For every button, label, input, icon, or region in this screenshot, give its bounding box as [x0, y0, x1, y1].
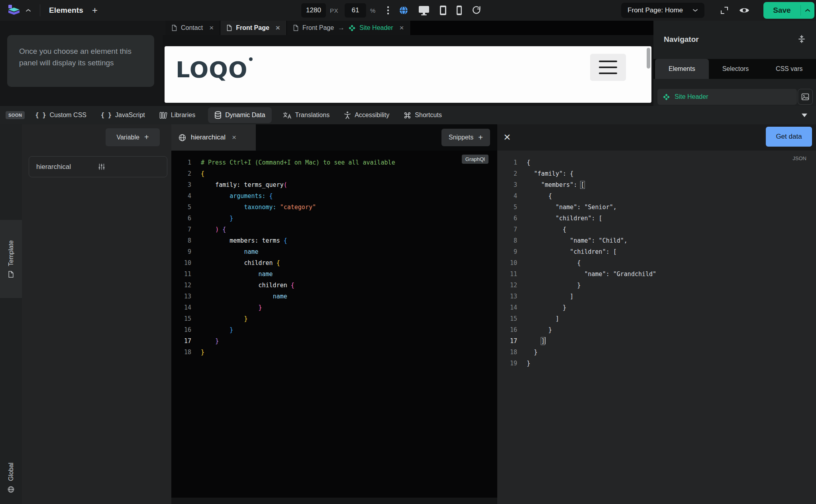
line-number: 17 — [171, 335, 197, 347]
breadcrumb-arrow: → — [338, 24, 345, 32]
tablet-view-icon[interactable] — [439, 5, 447, 16]
toolbar-item-translations[interactable]: Translations — [281, 107, 332, 123]
kebab-menu-icon[interactable] — [387, 6, 389, 15]
toolbar-item-custom-css[interactable]: { } Custom CSS — [33, 107, 88, 123]
toolbar-item-shortcuts[interactable]: Shortcuts — [402, 107, 443, 123]
plus-icon: + — [478, 133, 483, 142]
sliders-filter-icon[interactable] — [98, 163, 160, 170]
code-text: } — [201, 324, 233, 335]
tab-label: Front Page — [302, 24, 334, 31]
variable-list-item[interactable]: hierarchical — [29, 156, 167, 177]
collapse-bottom-panel-button[interactable] — [802, 106, 807, 124]
add-variable-button[interactable]: Variable + — [106, 128, 160, 146]
site-logo[interactable]: LOQO — [176, 57, 248, 82]
code-text: { — [201, 168, 204, 179]
toolbar-item-accessibility[interactable]: Accessibility — [342, 107, 391, 123]
variable-tab-hierarchical[interactable]: hierarchical × — [171, 124, 256, 151]
toolbar-item-libraries[interactable]: Libraries — [158, 107, 197, 123]
close-tab-icon[interactable]: × — [209, 24, 214, 32]
line-number: 16 — [171, 324, 197, 335]
toolbar-item-javascript[interactable]: { } JavaScript — [99, 107, 147, 123]
line-number: 9 — [171, 246, 197, 257]
line-number: 8 — [497, 235, 523, 246]
toolbar-item-label: Libraries — [171, 112, 195, 119]
tab-selectors[interactable]: Selectors — [709, 59, 763, 79]
toolbar-item-dynamic-data[interactable]: Dynamic Data — [208, 107, 271, 123]
close-dynamic-data-icon[interactable]: × — [504, 128, 511, 146]
rail-tab-global[interactable]: Global — [0, 453, 22, 502]
screenshot-image-button[interactable] — [798, 89, 813, 105]
get-data-button[interactable]: Get data — [766, 127, 812, 147]
code-text: { — [527, 190, 552, 202]
code-text: "name": "Grandchild" — [527, 269, 656, 280]
bottom-toolbar: SOON { } Custom CSS { } JavaScript Libra… — [0, 106, 816, 124]
line-number: 8 — [171, 235, 197, 246]
add-element-button[interactable]: + — [92, 5, 98, 16]
json-code-area[interactable]: 1{2 "family": {3 "members": [4 {5 "name"… — [497, 151, 816, 497]
line-number: 13 — [497, 291, 523, 302]
preview-page[interactable]: LOQO — [165, 46, 651, 103]
close-variable-tab-icon[interactable]: × — [232, 133, 236, 142]
preview-eye-icon[interactable] — [739, 6, 750, 14]
code-line: 1{ — [497, 157, 816, 168]
tab-front-page-site-header[interactable]: Front Page → Site Header × — [287, 21, 411, 35]
tab-elements[interactable]: Elements — [655, 59, 709, 79]
graphql-editor[interactable]: hierarchical × Snippets + GraphQl 1# Pre… — [171, 124, 497, 504]
save-chevron-up-icon[interactable] — [801, 9, 814, 12]
refresh-icon[interactable] — [472, 6, 481, 15]
app-logo-icon[interactable] — [7, 4, 21, 16]
fullscreen-icon[interactable] — [720, 6, 729, 15]
rail-tab-label: Template — [8, 240, 15, 266]
globe-icon — [178, 134, 186, 141]
code-text: arguments: { — [201, 190, 273, 202]
tree-item-site-header[interactable]: Site Header — [657, 89, 797, 105]
close-tab-icon[interactable]: × — [400, 24, 404, 32]
code-text: { — [527, 157, 530, 168]
line-number: 5 — [171, 202, 197, 213]
code-line: 14 } — [497, 302, 816, 313]
line-number: 11 — [497, 269, 523, 280]
tab-css-vars[interactable]: CSS vars — [762, 59, 816, 79]
logo-chevron-up-icon[interactable] — [26, 9, 31, 12]
code-line: 1# Press Ctrl+I (Command+I on Mac) to se… — [171, 157, 497, 168]
line-number: 7 — [171, 224, 197, 235]
viewport-width-unit: PX — [330, 7, 338, 14]
line-number: 11 — [171, 269, 197, 280]
line-number: 17 — [497, 335, 523, 347]
close-tab-icon[interactable]: × — [276, 24, 280, 32]
code-text: family: terms_query( — [201, 179, 287, 190]
save-button[interactable]: Save — [763, 2, 814, 19]
code-text: } — [527, 302, 566, 313]
tab-label: Contact — [181, 24, 203, 31]
line-number: 15 — [171, 313, 197, 324]
accessibility-person-icon — [344, 111, 351, 119]
globe-viewport-icon[interactable] — [399, 6, 408, 15]
code-line: 7 ) { — [171, 224, 497, 235]
code-line: 17 } — [171, 335, 497, 347]
image-icon — [801, 93, 809, 100]
code-line: 10 children { — [171, 257, 497, 269]
tab-contact[interactable]: Contact × — [165, 21, 220, 35]
code-text: children { — [201, 280, 294, 291]
mobile-view-icon[interactable] — [456, 5, 462, 16]
code-line: 18} — [171, 347, 497, 358]
preview-scrollbar-thumb[interactable] — [647, 48, 650, 69]
rail-tab-template[interactable]: Template — [0, 220, 22, 298]
viewport-width-input[interactable] — [301, 3, 326, 18]
code-text: } — [201, 302, 262, 313]
collapse-panel-icon[interactable] — [798, 35, 806, 43]
top-toolbar: Elements + PX % — [0, 0, 816, 21]
hamburger-menu-button[interactable] — [590, 54, 626, 81]
graphql-code-area[interactable]: GraphQl 1# Press Ctrl+I (Command+I on Ma… — [171, 151, 497, 497]
zoom-input[interactable] — [345, 3, 366, 18]
page-selector-dropdown[interactable]: Front Page: Home — [621, 3, 704, 18]
code-text: "children": [ — [527, 213, 602, 224]
tab-front-page[interactable]: Front Page × — [220, 21, 287, 35]
output-header: × Get data — [497, 124, 816, 151]
snippets-label: Snippets — [449, 134, 473, 141]
desktop-view-icon[interactable] — [418, 5, 430, 16]
line-number: 16 — [497, 324, 523, 335]
line-number: 4 — [171, 190, 197, 202]
snippets-button[interactable]: Snippets + — [441, 129, 490, 146]
line-number: 4 — [497, 190, 523, 202]
